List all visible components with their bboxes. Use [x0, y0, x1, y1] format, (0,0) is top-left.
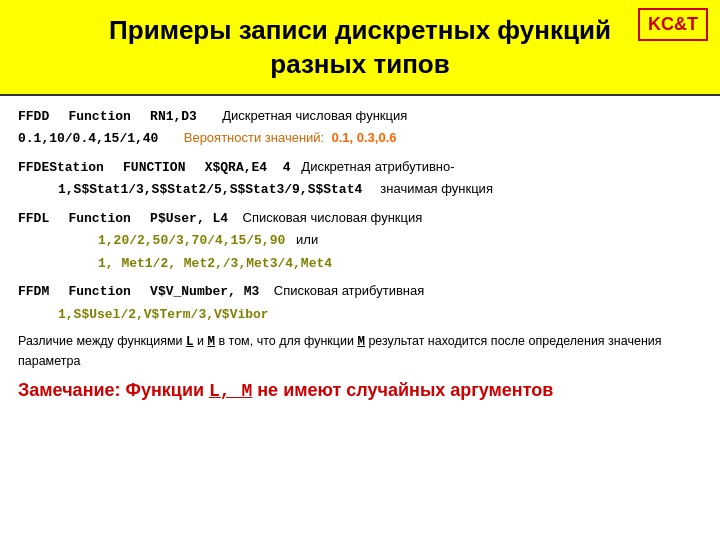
ffdd-prob-values: 0.1, 0.3,0.6 [328, 130, 397, 145]
ffdm-param: V$V_Number, M3 [150, 284, 259, 299]
ffdl-values2: 1, Met1/2, Met2,/3,Met3/4,Met4 [98, 256, 332, 271]
remark-M2: M [357, 335, 365, 349]
ffdd-values: 0.1,10/0.4,15/1,40 [18, 131, 158, 146]
ffdm-line2: 1,S$Usel/2,V$Term/3,V$Vibor [18, 304, 702, 325]
ffdd-func-kw: Function [68, 109, 146, 124]
ffdl-or: или [289, 232, 318, 247]
logo-text: KC&T [648, 14, 698, 34]
ffdl-line3: 1, Met1/2, Met2,/3,Met3/4,Met4 [18, 253, 702, 274]
logo: KC&T [638, 8, 708, 41]
ffdm-block: FFDM Function V$V_Number, M3 Списковая а… [18, 281, 702, 324]
ffdl-values: 1,20/2,50/3,70/4,15/5,90 [98, 233, 285, 248]
ffde-suffix: значимая функция [366, 181, 493, 196]
ffdl-keyword: FFDL [18, 211, 65, 226]
ffdl-param: P$User, L4 [150, 211, 228, 226]
page-container: Примеры записи дискретных функций разных… [0, 0, 720, 540]
ffde-line2: 1,S$Stat1/3,S$Stat2/5,S$Stat3/9,S$Stat4 … [18, 179, 702, 200]
ffdd-line2: 0.1,10/0.4,15/1,40 Вероятности значений:… [18, 128, 702, 149]
ffde-desc: Дискретная атрибутивно- [294, 159, 454, 174]
header-title: Примеры записи дискретных функций разных… [20, 14, 700, 82]
remark-L: L [186, 335, 194, 349]
remark-M: M [207, 335, 215, 349]
ffdl-line2: 1,20/2,50/3,70/4,15/5,90 или [18, 230, 702, 251]
remark-section: Различие между функциями L и M в том, чт… [18, 332, 702, 405]
title-line1: Примеры записи дискретных функций [109, 15, 611, 45]
ffdl-func-kw: Function [68, 211, 146, 226]
ffdd-desc: Дискретная числовая функция [201, 108, 408, 123]
ffdd-line1: FFDD Function RN1,D3 Дискретная числовая… [18, 106, 702, 127]
ffde-param: X$QRA,E4 4 [205, 160, 291, 175]
ffdm-line1: FFDM Function V$V_Number, M3 Списковая а… [18, 281, 702, 302]
ffdm-keyword: FFDM [18, 284, 65, 299]
ffdl-desc: Списковая числовая функция [232, 210, 423, 225]
ffde-keyword: FFDEStation [18, 160, 119, 175]
ffde-line1: FFDEStation FUNCTION X$QRA,E4 4 Дискретн… [18, 157, 702, 178]
content-area: FFDD Function RN1,D3 Дискретная числовая… [0, 96, 720, 413]
ffdd-prob-label: Вероятности значений: [162, 130, 324, 145]
ffde-values: 1,S$Stat1/3,S$Stat2/5,S$Stat3/9,S$Stat4 [58, 182, 362, 197]
ffdl-line1: FFDL Function P$User, L4 Списковая число… [18, 208, 702, 229]
remark-text: Различие между функциями L и M в том, чт… [18, 332, 702, 371]
remark-highlight: Замечание: Функции L, M не имеют случайн… [18, 377, 702, 405]
ffdd-block: FFDD Function RN1,D3 Дискретная числовая… [18, 106, 702, 149]
header: Примеры записи дискретных функций разных… [0, 0, 720, 96]
ffdm-desc: Списковая атрибутивная [263, 283, 424, 298]
ffdd-keyword: FFDD [18, 109, 65, 124]
title-line2: разных типов [270, 49, 449, 79]
ffdm-func-kw: Function [68, 284, 146, 299]
ffdm-values: 1,S$Usel/2,V$Term/3,V$Vibor [58, 307, 269, 322]
ffde-block: FFDEStation FUNCTION X$QRA,E4 4 Дискретн… [18, 157, 702, 200]
ffdl-block: FFDL Function P$User, L4 Списковая число… [18, 208, 702, 274]
ffdd-param: RN1,D3 [150, 109, 197, 124]
ffde-func-kw: FUNCTION [123, 160, 201, 175]
